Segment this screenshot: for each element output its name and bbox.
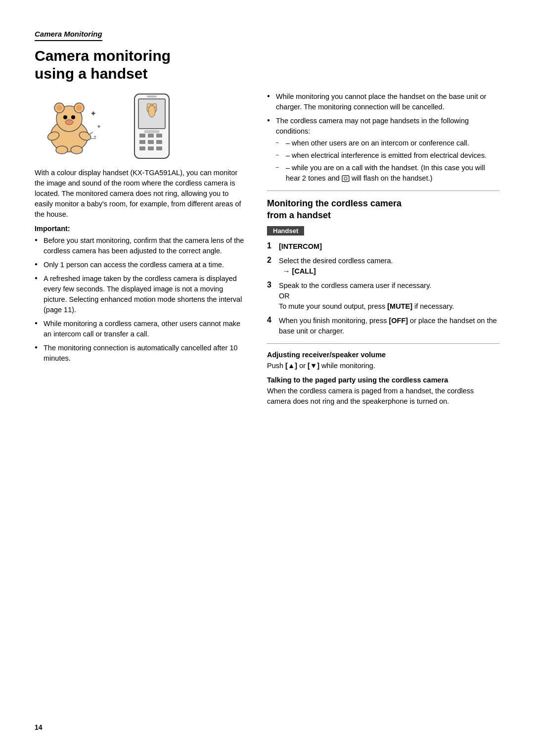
step-1: 1 [INTERCOM]	[267, 241, 499, 252]
divider-2	[267, 343, 499, 344]
svg-rect-37	[342, 176, 349, 182]
divider-1	[267, 190, 499, 191]
svg-rect-29	[139, 140, 145, 144]
svg-point-25	[148, 105, 155, 117]
svg-text:✦: ✦	[96, 123, 101, 130]
image-area: ✦ ✦ ✦	[35, 92, 247, 161]
adjusting-heading: Adjusting receiver/speaker volume	[267, 351, 499, 359]
sub-list-item: – when other users are on an intercom or…	[276, 138, 499, 148]
step-3: 3 Speak to the cordless camera user if n…	[267, 281, 499, 312]
step-4: 4 When you finish monitoring, press [OFF…	[267, 316, 499, 336]
two-column-layout: ✦ ✦ ✦	[35, 92, 499, 412]
section-label: Camera Monitoring	[35, 30, 102, 41]
svg-rect-30	[148, 140, 154, 144]
left-column: ✦ ✦ ✦	[35, 92, 247, 412]
svg-rect-36	[144, 131, 159, 133]
svg-rect-27	[148, 134, 154, 138]
svg-rect-33	[148, 146, 154, 150]
list-item: While monitoring a cordless camera, othe…	[35, 319, 247, 339]
svg-point-38	[344, 177, 347, 180]
page-number: 14	[35, 723, 43, 731]
svg-point-8	[65, 120, 73, 125]
list-item: Before you start monitoring, confirm tha…	[35, 236, 247, 256]
svg-point-11	[56, 146, 68, 154]
step-text: When you finish monitoring, press [OFF] …	[279, 316, 499, 336]
step-number: 3	[267, 281, 276, 289]
step-2: 2 Select the desired cordless camera. → …	[267, 256, 499, 277]
list-item: The monitoring connection is automatical…	[35, 343, 247, 364]
svg-rect-28	[156, 134, 162, 138]
page-content: Camera Monitoring Camera monitoringusing…	[0, 0, 534, 756]
talking-heading: Talking to the paged party using the cor…	[267, 376, 499, 384]
right-column: While monitoring you cannot place the ha…	[267, 92, 499, 412]
step-text: [INTERCOM]	[279, 241, 322, 252]
svg-point-7	[71, 115, 75, 119]
svg-text:✦: ✦	[90, 109, 96, 118]
list-item: While monitoring you cannot place the ha…	[267, 92, 499, 112]
svg-rect-34	[156, 146, 162, 150]
step-text: Select the desired cordless camera. → [C…	[279, 256, 393, 277]
talking-text: When the cordless camera is paged from a…	[267, 386, 499, 407]
phone-illustration	[125, 92, 179, 161]
step-number: 1	[267, 241, 276, 250]
svg-rect-32	[139, 146, 145, 150]
right-bullets-list: While monitoring you cannot place the ha…	[267, 92, 499, 184]
svg-point-12	[71, 146, 83, 154]
important-label: Important:	[35, 225, 247, 233]
list-item: A refreshed image taken by the cordless …	[35, 274, 247, 315]
svg-point-6	[63, 115, 67, 119]
list-item: Only 1 person can access the cordless ca…	[35, 260, 247, 270]
step-number: 4	[267, 316, 276, 325]
step-text: Speak to the cordless camera user if nec…	[279, 281, 454, 312]
list-item: The cordless camera may not page handset…	[267, 116, 499, 184]
monitoring-heading: Monitoring the cordless camerafrom a han…	[267, 198, 499, 221]
sub-bullets: – when other users are on an intercom or…	[276, 138, 499, 184]
sub-list-item: – while you are on a call with the hands…	[276, 163, 499, 184]
svg-point-5	[76, 105, 82, 111]
step-number: 2	[267, 256, 276, 265]
main-title: Camera monitoringusing a handset	[35, 47, 499, 83]
important-bullets-list: Before you start monitoring, confirm tha…	[35, 236, 247, 364]
svg-rect-31	[156, 140, 162, 144]
adjusting-text: Push [▲] or [▼] while monitoring.	[267, 361, 499, 371]
bear-illustration: ✦ ✦ ✦	[35, 92, 119, 161]
svg-rect-35	[147, 95, 157, 97]
svg-point-4	[56, 105, 62, 111]
sub-list-item: – when electrical interference is emitte…	[276, 150, 499, 161]
handset-badge: Handset	[267, 226, 304, 236]
svg-rect-26	[139, 134, 145, 138]
intro-text: With a colour display handset (KX-TGA591…	[35, 168, 247, 220]
